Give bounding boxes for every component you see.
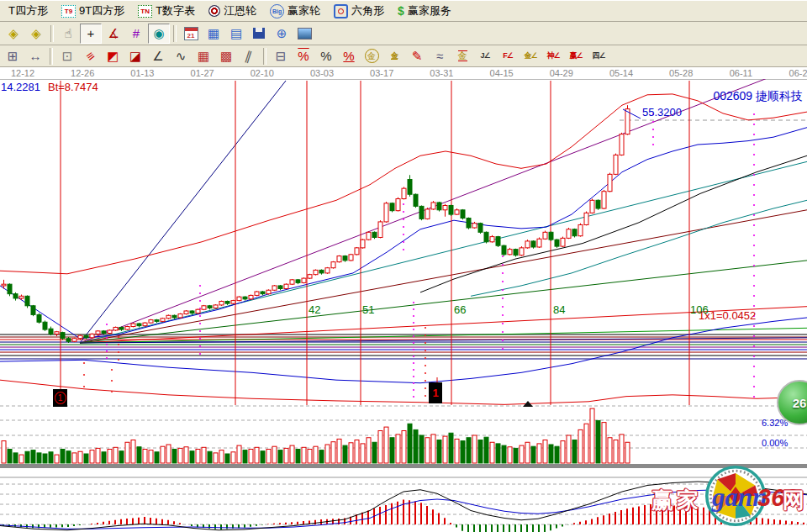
calculator-tool-icon: ▦ <box>208 27 219 40</box>
toolbar-separator <box>173 25 177 42</box>
nav-east-icon-icon: ◈ <box>31 27 41 40</box>
date-tick-label: 06-11 <box>722 68 759 78</box>
date-tick-label: 03-03 <box>303 68 340 78</box>
gold-circle-tool[interactable]: 金 <box>361 46 382 66</box>
smart-analysis-tool-icon: ◉ <box>153 27 164 40</box>
drawing-toolbar: ⊞↔⊡≡◩◪∠∿▦▩∥⊟%%%金金✎≈金J∠F∠金∠神∠赢∠四∠ <box>0 45 807 67</box>
high-price-label: 55.3200 <box>642 106 682 119</box>
parallel-lines-tool-icon: ∥ <box>244 49 254 63</box>
si-angle-tool-icon: 四∠ <box>592 52 604 60</box>
volume-layer <box>2 408 630 463</box>
brush-tool[interactable]: ✎ <box>406 46 428 66</box>
network-tool[interactable]: ⊕ <box>271 24 293 44</box>
box-tool[interactable]: ⊡ <box>56 46 78 66</box>
interval-measure-tool[interactable]: ↔ <box>24 46 46 66</box>
menu-item-label: 9T四方形 <box>79 3 124 18</box>
ying-angle-tool[interactable]: 赢∠ <box>565 46 587 66</box>
crosshair-tool[interactable]: + <box>80 24 102 44</box>
percent-tool[interactable]: % <box>315 46 337 66</box>
date-tick-label: 04-15 <box>483 68 520 78</box>
menu-item-7[interactable]: $赢家服务 <box>393 2 458 20</box>
angle-measure-tool[interactable]: ∡ <box>103 24 124 44</box>
calendar-tool-icon: 21 <box>184 27 198 40</box>
toolbar-separator <box>50 48 53 65</box>
angle-lines-tool-icon: ∠ <box>152 50 163 62</box>
hand-tool[interactable]: ☝ <box>57 24 79 44</box>
angle-measure-tool-icon: ∡ <box>108 27 119 40</box>
date-tick-label: 01-13 <box>124 68 161 78</box>
date-tick-label: 03-31 <box>423 68 460 78</box>
parallel-lines-tool[interactable]: ∥ <box>238 46 260 66</box>
t9-grid-icon: T9 <box>61 5 76 18</box>
winner-wheel-icon: Big <box>270 4 284 18</box>
date-tick-label: 12-12 <box>4 68 41 78</box>
gann-shapes-tool[interactable]: # <box>125 24 147 44</box>
menu-item-4[interactable]: 江恩轮 <box>203 2 263 20</box>
gold-circle-tool-icon: 金 <box>365 49 379 63</box>
grid-arrow-tool-icon: ▩ <box>220 50 232 62</box>
menu-item-3[interactable]: TNT数字表 <box>133 2 202 20</box>
date-tick-label: 02-10 <box>244 68 281 78</box>
percent-tool-icon: % <box>320 50 331 62</box>
gold-angle-tool[interactable]: 金∠ <box>520 46 541 66</box>
angle-lines-tool[interactable]: ∠ <box>147 46 169 66</box>
ruler-123-tool-icon: ⊞ <box>8 50 18 62</box>
hand-tool-icon: ☝ <box>64 27 71 40</box>
zigzag-tool[interactable]: ∿ <box>170 46 192 66</box>
menu-item-2[interactable]: T99T四方形 <box>56 2 131 20</box>
menu-bar: T四方形T99T四方形TNT数字表江恩轮Big赢家轮六角形$赢家服务 <box>0 0 807 22</box>
box-diagonal-tool[interactable]: ◪ <box>124 46 146 66</box>
gold-red-tool[interactable]: 金 <box>451 46 473 66</box>
save-tool-icon <box>253 28 265 39</box>
cycle-lines-layer <box>61 81 689 405</box>
brush-tool-icon: ✎ <box>412 50 423 62</box>
gold-line-tool[interactable]: 金 <box>383 46 405 66</box>
menu-item-5[interactable]: Big赢家轮 <box>265 2 327 20</box>
calculator-tool[interactable]: ▦ <box>203 24 224 44</box>
shen-angle-tool-icon: 神∠ <box>546 52 559 60</box>
si-angle-tool[interactable]: 四∠ <box>588 46 609 66</box>
calendar-tool[interactable]: 21 <box>180 24 202 44</box>
menu-item-label: T数字表 <box>156 3 195 18</box>
hexagon-icon <box>334 4 348 18</box>
date-tick-label: 05-28 <box>662 68 699 78</box>
box-fan-tool[interactable]: ◩ <box>102 46 124 66</box>
workstation-tool[interactable] <box>293 24 315 44</box>
box-tool-icon: ⊡ <box>62 50 73 62</box>
percent-line-tool[interactable]: % <box>293 46 314 66</box>
price-scale-tool-icon: ⊟ <box>276 50 287 62</box>
percent-lines-tool[interactable]: % <box>338 46 360 66</box>
app-window: T四方形T99T四方形TNT数字表江恩轮Big赢家轮六角形$赢家服务 ◈◈☝+∡… <box>0 0 807 532</box>
bt-value-label: Bt=8.7474 <box>48 81 98 93</box>
price-scale-tool[interactable]: ⊟ <box>270 46 292 66</box>
workstation-tool-icon <box>298 28 312 40</box>
date-axis: 12-1212-2601-1301-2702-1003-0303-1703-31… <box>0 68 807 80</box>
volume-pct-zero-label: 0.00% <box>762 438 788 448</box>
save-tool[interactable] <box>248 24 270 44</box>
cycle-number-42: 42 <box>309 303 320 316</box>
box-diagonal-tool-icon: ◪ <box>129 50 141 62</box>
j-angle-tool[interactable]: J∠ <box>474 46 496 66</box>
menu-item-1[interactable]: T四方形 <box>3 2 55 20</box>
gann-fan-tool[interactable]: ≡ <box>79 46 101 66</box>
smart-analysis-tool[interactable]: ◉ <box>148 24 170 44</box>
shen-angle-tool[interactable]: 神∠ <box>542 46 564 66</box>
chart-canvas[interactable] <box>0 79 807 532</box>
interval-measure-tool-icon: ↔ <box>29 50 42 62</box>
nav-west-icon[interactable]: ◈ <box>3 24 24 44</box>
ruler-123-tool[interactable]: ⊞ <box>2 46 24 66</box>
date-tick-label: 12-26 <box>64 68 101 78</box>
grid-arrow-tool[interactable]: ▩ <box>215 46 237 66</box>
wave-tool[interactable]: ≈ <box>429 46 451 66</box>
cycle-number-84: 84 <box>553 303 565 316</box>
menu-item-label: 赢家轮 <box>287 3 320 18</box>
menu-item-6[interactable]: 六角形 <box>329 2 391 20</box>
macd-layer <box>0 482 807 532</box>
signal-triangle-icon <box>523 401 533 407</box>
f-angle-tool[interactable]: F∠ <box>497 46 519 66</box>
nav-east-icon[interactable]: ◈ <box>25 24 47 44</box>
menu-item-label: 江恩轮 <box>224 3 256 18</box>
percent-lines-tool-icon: % <box>343 50 354 62</box>
report-tool[interactable]: ▤ <box>225 24 247 44</box>
grid-tool[interactable]: ▦ <box>193 46 214 66</box>
